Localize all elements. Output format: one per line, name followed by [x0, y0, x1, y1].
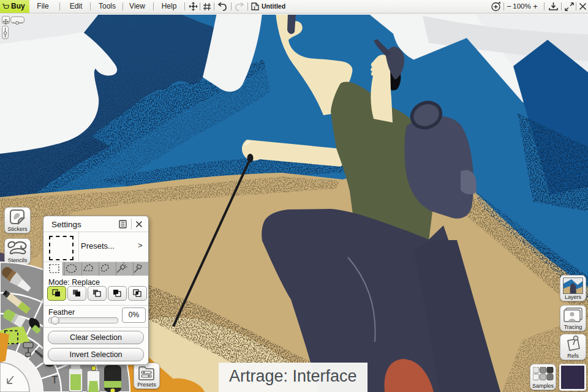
svg-text:T: T [51, 374, 58, 386]
svg-text:i: i [254, 5, 255, 10]
